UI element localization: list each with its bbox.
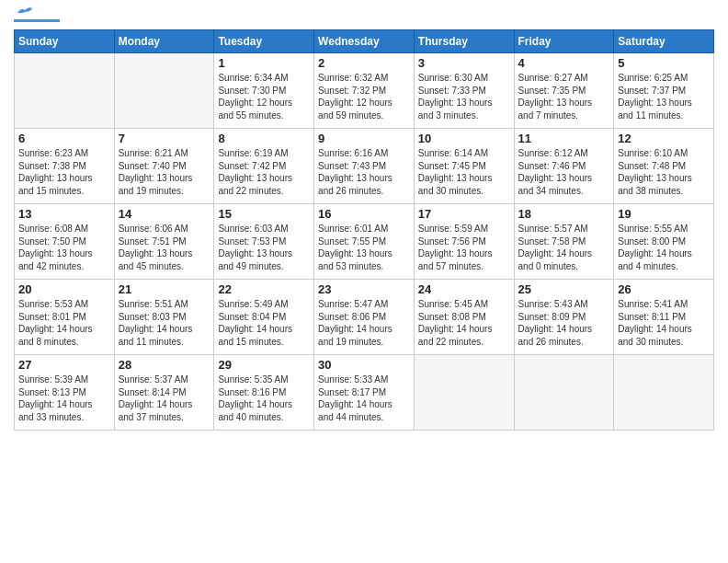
day-number: 22 <box>218 282 310 296</box>
week-row-4: 20Sunrise: 5:53 AM Sunset: 8:01 PM Dayli… <box>15 280 714 355</box>
day-info: Sunrise: 5:51 AM Sunset: 8:03 PM Dayligh… <box>119 298 210 348</box>
calendar-cell: 3Sunrise: 6:30 AM Sunset: 7:33 PM Daylig… <box>414 53 514 129</box>
calendar-cell <box>114 53 214 129</box>
calendar-cell <box>514 355 614 431</box>
calendar-cell: 14Sunrise: 6:06 AM Sunset: 7:51 PM Dayli… <box>114 204 214 280</box>
calendar-cell: 15Sunrise: 6:03 AM Sunset: 7:53 PM Dayli… <box>214 204 314 280</box>
calendar-cell: 26Sunrise: 5:41 AM Sunset: 8:11 PM Dayli… <box>614 280 714 355</box>
day-info: Sunrise: 6:16 AM Sunset: 7:43 PM Dayligh… <box>318 147 410 197</box>
day-info: Sunrise: 5:35 AM Sunset: 8:16 PM Dayligh… <box>218 373 310 423</box>
day-number: 4 <box>518 56 610 70</box>
calendar-cell: 16Sunrise: 6:01 AM Sunset: 7:55 PM Dayli… <box>314 204 415 280</box>
day-info: Sunrise: 5:39 AM Sunset: 8:13 PM Dayligh… <box>18 373 110 423</box>
day-number: 29 <box>218 358 310 372</box>
day-info: Sunrise: 6:03 AM Sunset: 7:53 PM Dayligh… <box>218 223 310 272</box>
day-info: Sunrise: 6:25 AM Sunset: 7:37 PM Dayligh… <box>618 72 710 121</box>
day-info: Sunrise: 6:21 AM Sunset: 7:40 PM Dayligh… <box>119 147 210 197</box>
day-info: Sunrise: 5:33 AM Sunset: 8:17 PM Dayligh… <box>318 373 410 423</box>
calendar-cell: 29Sunrise: 5:35 AM Sunset: 8:16 PM Dayli… <box>214 355 314 431</box>
calendar-cell: 30Sunrise: 5:33 AM Sunset: 8:17 PM Dayli… <box>314 355 415 431</box>
calendar-cell <box>614 355 714 431</box>
day-info: Sunrise: 6:34 AM Sunset: 7:30 PM Dayligh… <box>218 72 310 121</box>
day-number: 12 <box>618 132 710 145</box>
day-number: 18 <box>518 207 610 221</box>
day-number: 21 <box>119 282 210 296</box>
day-number: 30 <box>318 358 410 372</box>
day-info: Sunrise: 6:19 AM Sunset: 7:42 PM Dayligh… <box>218 147 310 197</box>
calendar-cell: 17Sunrise: 5:59 AM Sunset: 7:56 PM Dayli… <box>414 204 514 280</box>
bird-icon <box>16 6 34 18</box>
calendar-cell: 23Sunrise: 5:47 AM Sunset: 8:06 PM Dayli… <box>314 280 415 355</box>
day-number: 26 <box>618 282 710 296</box>
day-number: 19 <box>618 207 710 221</box>
calendar-cell: 10Sunrise: 6:14 AM Sunset: 7:45 PM Dayli… <box>414 129 514 204</box>
day-number: 9 <box>318 132 410 145</box>
day-info: Sunrise: 6:08 AM Sunset: 7:50 PM Dayligh… <box>18 223 110 272</box>
calendar-cell <box>414 355 514 431</box>
day-number: 2 <box>318 56 410 70</box>
day-number: 20 <box>18 282 110 296</box>
day-info: Sunrise: 6:14 AM Sunset: 7:45 PM Dayligh… <box>418 147 510 197</box>
header-row: SundayMondayTuesdayWednesdayThursdayFrid… <box>15 30 714 53</box>
day-number: 23 <box>318 282 410 296</box>
calendar-cell: 5Sunrise: 6:25 AM Sunset: 7:37 PM Daylig… <box>614 53 714 129</box>
col-header-saturday: Saturday <box>614 30 714 53</box>
day-info: Sunrise: 6:23 AM Sunset: 7:38 PM Dayligh… <box>18 147 110 197</box>
calendar-cell: 24Sunrise: 5:45 AM Sunset: 8:08 PM Dayli… <box>414 280 514 355</box>
day-info: Sunrise: 5:49 AM Sunset: 8:04 PM Dayligh… <box>218 298 310 348</box>
col-header-monday: Monday <box>114 30 214 53</box>
day-number: 15 <box>218 207 310 221</box>
day-info: Sunrise: 5:41 AM Sunset: 8:11 PM Dayligh… <box>618 298 710 348</box>
day-number: 16 <box>318 207 410 221</box>
day-number: 27 <box>18 358 110 372</box>
calendar-cell <box>15 53 115 129</box>
col-header-thursday: Thursday <box>414 30 514 53</box>
page-header <box>14 9 714 22</box>
calendar-cell: 7Sunrise: 6:21 AM Sunset: 7:40 PM Daylig… <box>114 129 214 204</box>
day-info: Sunrise: 5:53 AM Sunset: 8:01 PM Dayligh… <box>18 298 110 348</box>
calendar-cell: 8Sunrise: 6:19 AM Sunset: 7:42 PM Daylig… <box>214 129 314 204</box>
day-info: Sunrise: 6:27 AM Sunset: 7:35 PM Dayligh… <box>518 72 610 121</box>
calendar-cell: 20Sunrise: 5:53 AM Sunset: 8:01 PM Dayli… <box>15 280 115 355</box>
calendar-cell: 27Sunrise: 5:39 AM Sunset: 8:13 PM Dayli… <box>15 355 115 431</box>
calendar-cell: 13Sunrise: 6:08 AM Sunset: 7:50 PM Dayli… <box>15 204 115 280</box>
day-info: Sunrise: 5:55 AM Sunset: 8:00 PM Dayligh… <box>618 223 710 272</box>
day-info: Sunrise: 6:01 AM Sunset: 7:55 PM Dayligh… <box>318 223 410 272</box>
calendar-cell: 12Sunrise: 6:10 AM Sunset: 7:48 PM Dayli… <box>614 129 714 204</box>
day-info: Sunrise: 5:43 AM Sunset: 8:09 PM Dayligh… <box>518 298 610 348</box>
day-number: 25 <box>518 282 610 296</box>
calendar-cell: 22Sunrise: 5:49 AM Sunset: 8:04 PM Dayli… <box>214 280 314 355</box>
day-number: 1 <box>218 56 310 70</box>
day-info: Sunrise: 5:37 AM Sunset: 8:14 PM Dayligh… <box>119 373 210 423</box>
col-header-tuesday: Tuesday <box>214 30 314 53</box>
calendar-cell: 28Sunrise: 5:37 AM Sunset: 8:14 PM Dayli… <box>114 355 214 431</box>
calendar-cell: 19Sunrise: 5:55 AM Sunset: 8:00 PM Dayli… <box>614 204 714 280</box>
day-info: Sunrise: 6:30 AM Sunset: 7:33 PM Dayligh… <box>418 72 510 121</box>
day-info: Sunrise: 5:45 AM Sunset: 8:08 PM Dayligh… <box>418 298 510 348</box>
logo-underline <box>14 19 60 22</box>
calendar-cell: 18Sunrise: 5:57 AM Sunset: 7:58 PM Dayli… <box>514 204 614 280</box>
col-header-sunday: Sunday <box>15 30 115 53</box>
calendar-cell: 2Sunrise: 6:32 AM Sunset: 7:32 PM Daylig… <box>314 53 415 129</box>
week-row-2: 6Sunrise: 6:23 AM Sunset: 7:38 PM Daylig… <box>15 129 714 204</box>
col-header-wednesday: Wednesday <box>314 30 415 53</box>
day-number: 3 <box>418 56 510 70</box>
day-number: 13 <box>18 207 110 221</box>
day-info: Sunrise: 6:06 AM Sunset: 7:51 PM Dayligh… <box>119 223 210 272</box>
calendar-cell: 11Sunrise: 6:12 AM Sunset: 7:46 PM Dayli… <box>514 129 614 204</box>
logo <box>14 9 60 22</box>
day-number: 7 <box>119 132 210 145</box>
day-info: Sunrise: 5:57 AM Sunset: 7:58 PM Dayligh… <box>518 223 610 272</box>
day-info: Sunrise: 6:12 AM Sunset: 7:46 PM Dayligh… <box>518 147 610 197</box>
day-number: 28 <box>119 358 210 372</box>
day-info: Sunrise: 5:59 AM Sunset: 7:56 PM Dayligh… <box>418 223 510 272</box>
day-info: Sunrise: 5:47 AM Sunset: 8:06 PM Dayligh… <box>318 298 410 348</box>
calendar-cell: 4Sunrise: 6:27 AM Sunset: 7:35 PM Daylig… <box>514 53 614 129</box>
week-row-5: 27Sunrise: 5:39 AM Sunset: 8:13 PM Dayli… <box>15 355 714 431</box>
day-number: 10 <box>418 132 510 145</box>
day-number: 11 <box>518 132 610 145</box>
col-header-friday: Friday <box>514 30 614 53</box>
day-number: 8 <box>218 132 310 145</box>
day-info: Sunrise: 6:32 AM Sunset: 7:32 PM Dayligh… <box>318 72 410 121</box>
calendar-cell: 25Sunrise: 5:43 AM Sunset: 8:09 PM Dayli… <box>514 280 614 355</box>
